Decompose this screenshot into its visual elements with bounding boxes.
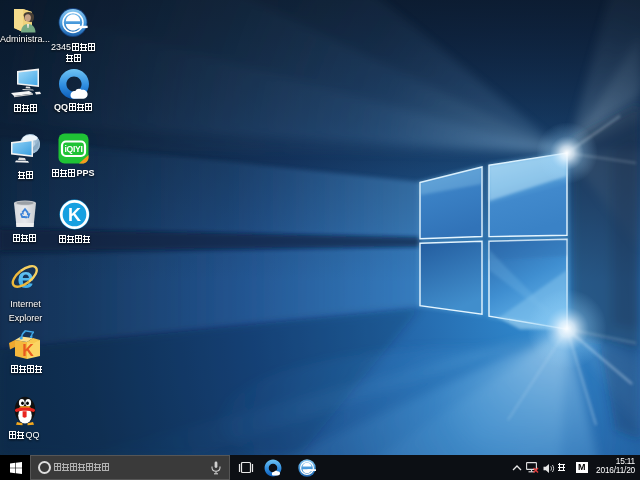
svg-text:iQIYI: iQIYI [64, 144, 82, 154]
svg-text:K: K [22, 342, 34, 359]
svg-text:K: K [68, 205, 81, 225]
